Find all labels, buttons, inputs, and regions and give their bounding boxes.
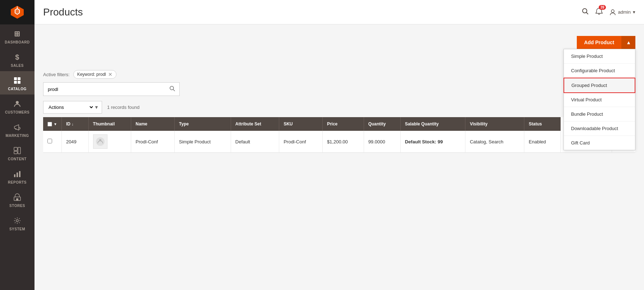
col-price: Price — [322, 117, 364, 131]
sidebar: ⊞ DASHBOARD $ SALES CATALOG CUSTOMERS MA… — [0, 0, 34, 290]
sidebar-item-marketing[interactable]: MARKETING — [0, 118, 34, 141]
svg-line-24 — [173, 89, 175, 91]
svg-point-8 — [16, 101, 19, 104]
dropdown-item-giftcard[interactable]: Gift Card — [564, 136, 635, 150]
dropdown-item-configurable[interactable]: Configurable Product — [564, 64, 635, 78]
sales-icon: $ — [13, 53, 22, 61]
main-content: Products 39 admin ▾ Add Product ▲ — [34, 0, 644, 290]
page-title: Products — [43, 6, 83, 18]
svg-point-25 — [96, 137, 105, 146]
row-quantity: 99.0000 — [364, 131, 400, 153]
col-name: Name — [131, 117, 175, 131]
row-attribute-set: Default — [231, 131, 279, 153]
marketing-icon — [13, 123, 22, 132]
svg-rect-11 — [18, 147, 20, 154]
svg-point-20 — [611, 10, 614, 13]
admin-label: admin — [618, 9, 631, 15]
svg-rect-6 — [14, 81, 17, 84]
svg-rect-16 — [16, 198, 18, 201]
col-id: ID ↓ — [61, 117, 88, 131]
col-status: Status — [524, 117, 561, 131]
admin-button[interactable]: admin ▾ — [610, 9, 635, 15]
actions-chevron-icon: ▼ — [94, 105, 102, 110]
stores-icon — [13, 193, 22, 202]
topbar-search-icon[interactable] — [581, 8, 589, 17]
add-product-button[interactable]: Add Product — [577, 36, 622, 49]
actions-row: Actions Delete Change Status Update Attr… — [43, 101, 635, 114]
col-sku: SKU — [279, 117, 323, 131]
dropdown-item-downloadable[interactable]: Downloadable Product — [564, 121, 635, 136]
product-table: ▼ ID ↓ Thumbnail Name Type Attribute Set… — [43, 117, 635, 153]
logo — [0, 0, 34, 24]
col-checkbox-chevron[interactable]: ▼ — [54, 122, 57, 126]
svg-rect-9 — [14, 147, 17, 151]
dashboard-icon: ⊞ — [13, 29, 22, 38]
col-checkbox: ▼ — [43, 117, 61, 131]
svg-rect-12 — [14, 174, 15, 177]
svg-rect-14 — [19, 171, 20, 177]
row-sku: Prodl-Conf — [279, 131, 323, 153]
row-status: Enabled — [524, 131, 561, 153]
col-type: Type — [175, 117, 231, 131]
sidebar-item-catalog[interactable]: CATALOG — [0, 71, 34, 95]
active-filters: Active filters: Keyword: prodl ✕ — [43, 70, 635, 79]
sidebar-item-customers[interactable]: CUSTOMERS — [0, 95, 34, 118]
row-type: Simple Product — [175, 131, 231, 153]
table-row: 2049 Prodl-Conf Simple Product Default P… — [43, 131, 635, 153]
col-attribute-set: Attribute Set — [231, 117, 279, 131]
filters-row: Filters Default View — [43, 55, 635, 67]
thumbnail-image — [93, 134, 107, 149]
sidebar-item-sales[interactable]: $ SALES — [0, 48, 34, 71]
id-sort-icon[interactable]: ↓ — [72, 122, 74, 126]
svg-point-26 — [99, 139, 101, 141]
select-all-checkbox[interactable] — [47, 122, 52, 126]
content-icon — [13, 146, 22, 155]
sidebar-item-reports[interactable]: REPORTS — [0, 165, 34, 188]
customers-icon — [13, 100, 22, 108]
row-salable-quantity: Default Stock: 99 — [400, 131, 465, 153]
row-name: Prodl-Conf — [131, 131, 175, 153]
actions-select-group: Actions Delete Change Status Update Attr… — [43, 101, 102, 114]
add-product-toggle-button[interactable]: ▲ — [622, 36, 635, 49]
svg-rect-7 — [18, 81, 20, 84]
notification-button[interactable]: 39 — [595, 7, 603, 17]
row-price: $1,200.00 — [322, 131, 364, 153]
add-product-group: Add Product ▲ Simple Product Configurabl… — [577, 36, 635, 49]
dropdown-item-simple[interactable]: Simple Product — [564, 49, 635, 64]
search-bar — [43, 82, 180, 96]
col-thumbnail: Thumbnail — [88, 117, 131, 131]
row-thumbnail — [88, 131, 131, 153]
sidebar-item-stores[interactable]: STORES — [0, 188, 34, 211]
content-area: Add Product ▲ Simple Product Configurabl… — [34, 24, 644, 290]
svg-point-17 — [16, 220, 18, 222]
col-salable-quantity: Salable Quantity — [400, 117, 465, 131]
system-icon — [13, 216, 22, 225]
filter-tag-text: Keyword: prodl — [77, 72, 106, 77]
search-input[interactable] — [43, 84, 165, 95]
sidebar-item-dashboard[interactable]: ⊞ DASHBOARD — [0, 24, 34, 48]
dropdown-item-grouped[interactable]: Grouped Product — [564, 78, 635, 93]
filter-tag-remove[interactable]: ✕ — [108, 72, 112, 77]
catalog-icon — [13, 76, 22, 85]
search-submit-button[interactable] — [165, 83, 179, 96]
dropdown-item-virtual[interactable]: Virtual Product — [564, 93, 635, 107]
row-id: 2049 — [61, 131, 88, 153]
sidebar-item-system[interactable]: SYSTEM — [0, 211, 34, 235]
notification-badge: 39 — [599, 5, 606, 10]
keyword-filter-tag: Keyword: prodl ✕ — [73, 70, 116, 79]
svg-rect-5 — [18, 77, 20, 80]
sidebar-item-content[interactable]: CONTENT — [0, 141, 34, 165]
records-found: 1 records found — [107, 105, 139, 110]
col-visibility: Visibility — [465, 117, 524, 131]
dropdown-item-bundle[interactable]: Bundle Product — [564, 107, 635, 121]
actions-select[interactable]: Actions Delete Change Status Update Attr… — [43, 101, 94, 113]
svg-rect-4 — [14, 77, 17, 80]
topbar: Products 39 admin ▾ — [34, 0, 644, 24]
row-checkbox[interactable] — [47, 139, 52, 143]
topbar-actions: 39 admin ▾ — [581, 7, 635, 17]
svg-line-19 — [586, 13, 588, 14]
admin-chevron-icon: ▾ — [633, 9, 635, 15]
svg-rect-10 — [14, 151, 17, 154]
reports-icon — [13, 170, 22, 178]
toolbar-row: Add Product ▲ Simple Product Configurabl… — [43, 33, 635, 52]
